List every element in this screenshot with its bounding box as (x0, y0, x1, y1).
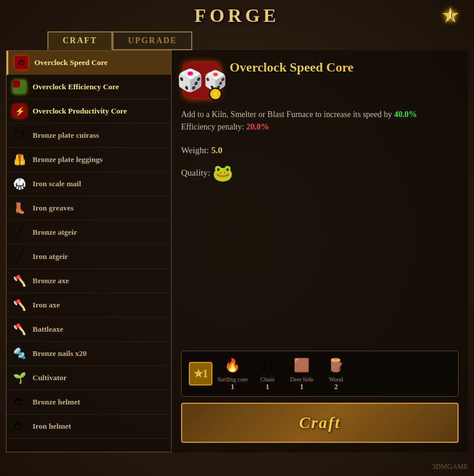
ingredient-count: 1 (300, 383, 304, 391)
surtling-core-icon: 🔥 (224, 356, 240, 375)
ingredient-surtling-core: 🔥 Surtling core 1 (217, 356, 248, 391)
forge-title: FORGE (195, 5, 280, 27)
battleaxe-label: Battleaxe (33, 325, 63, 334)
item-name: Bronze plate cuirass (33, 131, 99, 140)
wood-icon: 🪵 (328, 356, 344, 375)
item-name: Iron scale mail (33, 179, 81, 189)
item-icon: ╱ (11, 224, 28, 241)
craft-button[interactable]: Craft (181, 403, 459, 443)
list-item[interactable]: 🛡 Bronze plate cuirass (7, 124, 171, 148)
ingredient-chain: ⛓ Chain 1 (253, 356, 282, 391)
ingredient-deer-hide: 🟫 Deer hide 1 (287, 356, 317, 391)
item-list: ⚙ Overclock Speed Core Overclock Efficie… (6, 50, 172, 452)
item-name: Bronze atgeir (33, 228, 77, 237)
item-icon: ╱ (11, 248, 28, 265)
item-icon: ⚡ (11, 103, 28, 119)
item-icon: 🦺 (11, 151, 28, 168)
level-number: 1 (448, 10, 453, 21)
item-icon: 🪓 (11, 297, 28, 313)
item-name: Iron helmet (33, 422, 71, 431)
list-item[interactable]: 👢 Iron greaves (7, 196, 171, 221)
item-detail-icon: 🎲 ⚡ (181, 60, 223, 101)
item-name: Iron axe (33, 300, 60, 310)
item-icon (11, 79, 28, 95)
item-name: Bronze axe (33, 276, 69, 286)
tab-bar: CRAFT UPGRADE (47, 31, 427, 50)
star-rating: ★1 (189, 362, 212, 386)
list-item[interactable]: ╱ Iron atgeir (7, 245, 171, 269)
list-item[interactable]: 🌱 Cultivator (7, 366, 171, 390)
list-item[interactable]: ⚡ Overclock Productivity Core (7, 99, 171, 124)
ingredient-label: Chain (260, 376, 275, 383)
item-icon: 🛡 (11, 127, 28, 144)
ingredients-section: ★1 🔥 Surtling core 1 ⛓ Chain 1 🟫 Deer hi… (181, 344, 459, 443)
main-content: ⚙ Overclock Speed Core Overclock Efficie… (6, 50, 468, 452)
detail-title: Overclock Speed Core (230, 60, 353, 75)
item-name: Bronze plate leggings (33, 155, 102, 164)
ingredient-count: 2 (334, 383, 338, 391)
level-badge: ★1 (438, 4, 462, 27)
deer-hide-icon: 🟫 (294, 356, 309, 375)
item-name: Overclock Productivity Core (33, 106, 127, 116)
detail-header: 🎲 ⚡ Overclock Speed Core (181, 60, 459, 101)
ingredient-wood: 🪵 Wood 2 (321, 356, 351, 391)
list-item[interactable]: 🥋 Iron scale mail (7, 172, 171, 196)
item-icon: 👢 (11, 200, 28, 216)
overclock-icon: 🎲 ⚡ (184, 63, 220, 98)
item-name: Bronze nails x20 (33, 349, 87, 358)
chain-icon: ⛓ (261, 356, 274, 375)
item-name: Overclock Speed Core (34, 58, 108, 67)
ingredients-row: ★1 🔥 Surtling core 1 ⛓ Chain 1 🟫 Deer hi… (181, 351, 459, 397)
ingredient-label: Surtling core (217, 376, 248, 383)
ingredient-count: 1 (231, 383, 234, 391)
item-name: Overclock Efficiency Core (33, 82, 119, 92)
tab-craft[interactable]: CRAFT (47, 31, 112, 50)
detail-description: Add to a Kiln, Smelter or Blast Furnace … (181, 108, 459, 133)
quality-icon: 🐸 (212, 158, 233, 188)
detail-panel: 🎲 ⚡ Overclock Speed Core Add to a Kiln, … (172, 50, 468, 452)
watermark: 3DMGAME (432, 462, 468, 471)
ingredient-label: Wood (329, 376, 343, 383)
ingredient-count: 1 (266, 383, 269, 391)
item-icon: 🥋 (11, 176, 28, 192)
item-icon: 🌱 (11, 370, 28, 386)
item-icon: ⛑ (11, 394, 28, 410)
detail-stats: Weight: 5.0 Quality: 🐸 (181, 143, 459, 188)
item-icon: ⛑ (11, 418, 28, 435)
item-name: Iron greaves (33, 203, 73, 213)
list-item[interactable]: ⚙ Overclock Speed Core (7, 51, 171, 75)
list-item[interactable]: 🪓 Bronze axe (7, 269, 171, 293)
list-item[interactable]: 🔩 Bronze nails x20 (7, 342, 171, 366)
item-name: Cultivator (33, 373, 67, 383)
level-star: ★1 (441, 3, 460, 28)
tab-upgrade[interactable]: UPGRADE (112, 31, 192, 50)
list-item[interactable]: 🪓 Iron axe (7, 293, 171, 318)
ingredient-label: Deer hide (290, 376, 313, 383)
list-item[interactable]: 🦺 Bronze plate leggings (7, 148, 171, 172)
list-item[interactable]: ⛑ Bronze helmet (7, 390, 171, 415)
item-name: Bronze helmet (33, 397, 80, 407)
item-icon: 🔩 (11, 345, 28, 362)
item-icon: ⚙ (13, 54, 30, 71)
list-item-battleaxe[interactable]: 🪓 Battleaxe (7, 318, 171, 342)
title-bar: FORGE ★1 (0, 0, 474, 31)
list-item[interactable]: ╱ Bronze atgeir (7, 221, 171, 245)
list-item[interactable]: Overclock Efficiency Core (7, 75, 171, 99)
item-name: Iron atgeir (33, 252, 68, 261)
battleaxe-icon: 🪓 (11, 321, 28, 338)
speed-badge: ⚡ (209, 88, 222, 101)
list-item[interactable]: ⛑ Iron helmet (7, 415, 171, 439)
item-icon: 🪓 (11, 273, 28, 289)
